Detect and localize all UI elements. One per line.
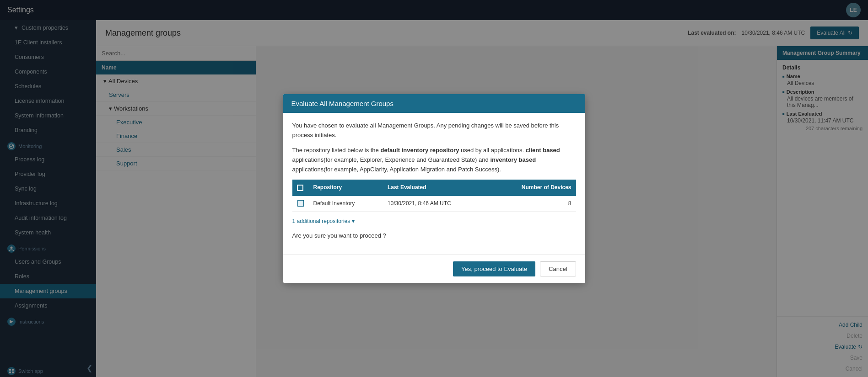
additional-repos-link[interactable]: 1 additional repositories ▾ (292, 217, 576, 226)
row-checkbox[interactable] (297, 200, 304, 207)
bold-client-based: client based (526, 147, 560, 154)
chevron-down-icon: ▾ (352, 217, 355, 226)
evaluate-all-modal: Evaluate All Management Groups You have … (283, 94, 585, 282)
modal-body: You have chosen to evaluate all Manageme… (283, 113, 585, 254)
modal-footer: Yes, proceed to Evaluate Cancel (283, 255, 585, 283)
col-repository: Repository (309, 180, 383, 196)
proceed-question: Are you sure you want to proceed ? (292, 231, 576, 241)
repo-devices: 8 (490, 196, 576, 212)
bold-inventory-based: inventory based (490, 156, 536, 163)
cancel-modal-button[interactable]: Cancel (540, 261, 576, 276)
col-number-of-devices: Number of Devices (490, 180, 576, 196)
table-row: Default Inventory 10/30/2021, 8:46 AM UT… (292, 196, 576, 212)
modal-title: Evaluate All Management Groups (283, 94, 585, 113)
repository-table: Repository Last Evaluated Number of Devi… (292, 180, 576, 211)
col-last-evaluated: Last Evaluated (383, 180, 490, 196)
repo-last-evaluated: 10/30/2021, 8:46 AM UTC (383, 196, 490, 212)
modal-body-line1: You have chosen to evaluate all Manageme… (292, 121, 576, 140)
modal-body-line2: The repository listed below is the defau… (292, 146, 576, 174)
yes-proceed-button[interactable]: Yes, proceed to Evaluate (453, 261, 535, 276)
repo-name: Default Inventory (309, 196, 383, 212)
table-checkbox-header[interactable] (297, 185, 303, 191)
modal-overlay[interactable]: Evaluate All Management Groups You have … (0, 0, 868, 377)
bold-default-inventory: default inventory repository (380, 147, 459, 154)
